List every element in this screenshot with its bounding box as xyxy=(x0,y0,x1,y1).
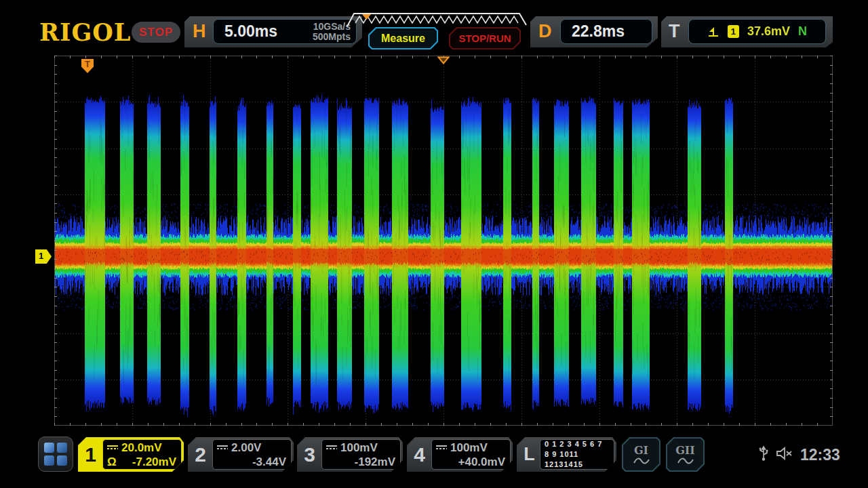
channel1-ground-marker[interactable]: 1 xyxy=(35,249,52,264)
logic-label: L xyxy=(517,437,542,472)
trigger-label: T xyxy=(669,21,680,42)
trigger-edge-icon xyxy=(707,25,719,38)
logic-channels-block[interactable]: L 0 1 2 3 4 5 6 7 8 9 1011 12131415 xyxy=(517,437,616,472)
preview-zigzag xyxy=(355,16,518,23)
logic-row1: 0 1 2 3 4 5 6 7 xyxy=(545,439,609,449)
gen2-label: GII xyxy=(675,444,695,457)
measure-button-label: Measure xyxy=(370,28,437,48)
delay-value: 22.8ms xyxy=(561,22,625,41)
trigger-source-badge: 1 xyxy=(728,25,739,38)
trigger-position-preview[interactable] xyxy=(346,11,528,28)
channel1-block[interactable]: 1 20.0mV Ω -7.20mV xyxy=(78,437,184,472)
sine-wave-icon xyxy=(677,457,694,465)
stop-run-button-label: STOP/RUN xyxy=(450,28,519,48)
delay-label: D xyxy=(538,21,552,42)
run-state-badge: STOP xyxy=(132,22,180,43)
channel2-offset: -3.44V xyxy=(252,455,286,469)
channel3-scale: 100mV xyxy=(340,441,378,455)
gen1-button[interactable]: GI xyxy=(622,437,660,472)
channel1-impedance: Ω xyxy=(107,455,117,469)
channel2-number: 2 xyxy=(188,437,213,472)
menu-button[interactable] xyxy=(38,436,73,472)
horizontal-label: H xyxy=(193,21,206,42)
horizontal-settings-block[interactable]: H 5.00ms 10GSa/s 500Mpts xyxy=(184,16,362,47)
trigger-level-value: 37.6mV xyxy=(747,24,790,39)
measure-button[interactable]: Measure xyxy=(368,27,438,49)
gen1-label: GI xyxy=(634,444,648,457)
sample-rate: 10GSa/s xyxy=(313,21,351,32)
channel3-block[interactable]: 3 100mV -192mV xyxy=(297,437,403,472)
delay-readout: 22.8ms xyxy=(560,19,652,44)
channel3-number: 3 xyxy=(297,437,322,472)
logic-readout: 0 1 2 3 4 5 6 7 8 9 1011 12131415 xyxy=(540,439,614,470)
trigger-readout: 1 37.6mV N xyxy=(688,19,826,44)
channel1-scale: 20.0mV xyxy=(121,441,162,455)
rigol-logo: RIGOL xyxy=(39,18,131,46)
channel1-offset: -7.20mV xyxy=(132,455,176,469)
channel4-readout: 100mV +40.0mV xyxy=(431,439,511,470)
coupling-dc-icon xyxy=(326,444,337,451)
channel4-block[interactable]: 4 100mV +40.0mV xyxy=(407,437,513,472)
coupling-dc-icon xyxy=(436,444,447,451)
coupling-dc-icon xyxy=(217,444,228,451)
trigger-time-marker[interactable] xyxy=(437,56,450,64)
channel3-readout: 100mV -192mV xyxy=(321,439,401,470)
delay-block[interactable]: D 22.8ms xyxy=(530,16,658,47)
stop-run-button[interactable]: STOP/RUN xyxy=(449,27,521,49)
channel1-readout: 20.0mV Ω -7.20mV xyxy=(102,439,182,470)
timebase-value: 5.00ms xyxy=(214,22,277,41)
channel4-offset: +40.0mV xyxy=(458,455,505,469)
sine-wave-icon xyxy=(633,457,650,465)
trigger-block[interactable]: T 1 37.6mV N xyxy=(661,16,833,47)
channel3-offset: -192mV xyxy=(355,455,395,469)
channel2-scale: 2.00V xyxy=(231,441,261,455)
clock: 12:33 xyxy=(800,446,840,464)
waveform-display xyxy=(54,56,833,426)
gen2-button[interactable]: GII xyxy=(666,437,705,472)
speaker-muted-icon xyxy=(776,446,793,461)
channel1-number: 1 xyxy=(78,437,103,472)
menu-icon xyxy=(44,443,54,453)
usb-icon xyxy=(758,445,769,462)
horizontal-readout: 5.00ms 10GSa/s 500Mpts xyxy=(213,19,357,44)
channel4-scale: 100mV xyxy=(450,441,488,455)
oscilloscope-screen: T 1 RIGOL STOP H 5.00ms 10GSa/s 500Mpts … xyxy=(0,0,868,488)
channel2-readout: 2.00V -3.44V xyxy=(212,439,292,470)
coupling-dc-icon xyxy=(107,444,118,451)
memory-depth: 500Mpts xyxy=(313,31,351,42)
logic-row2: 8 9 1011 12131415 xyxy=(545,449,609,470)
channel4-number: 4 xyxy=(407,437,432,472)
trigger-mode: N xyxy=(798,24,807,39)
channel2-block[interactable]: 2 2.00V -3.44V xyxy=(188,437,294,472)
preview-frame xyxy=(347,14,526,26)
